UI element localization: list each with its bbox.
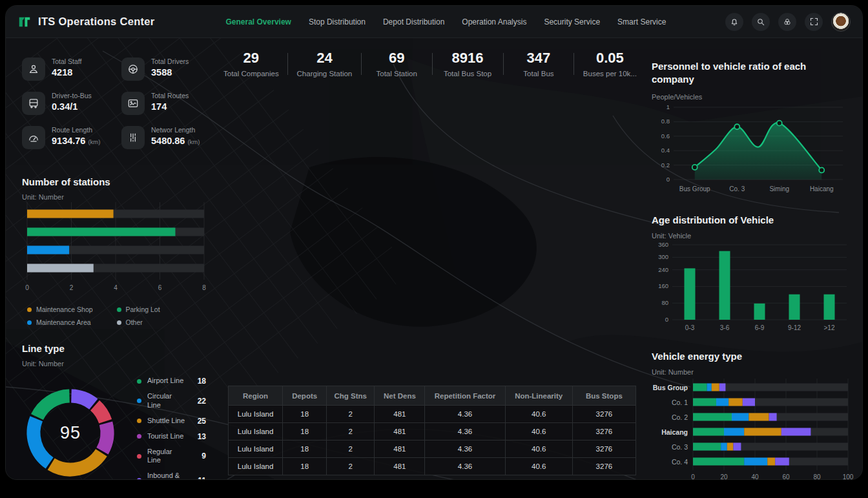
data-point [692, 164, 698, 169]
bar-6-9 [754, 303, 765, 319]
stations-title: Number of stations [22, 176, 206, 187]
app-window: ITS Operations Center General OverviewSt… [5, 5, 863, 480]
legend-label: Maintenance Shop [36, 306, 93, 313]
svg-text:80: 80 [661, 299, 668, 306]
nav-item-operation-analysis[interactable]: Operation Analysis [462, 17, 526, 26]
donut-center-value: 95 [22, 384, 119, 480]
stat-total-drivers: Total Drivers3588 [121, 57, 216, 81]
table-cell: 18 [283, 458, 327, 475]
bar-segment [781, 428, 811, 435]
fullscreen-button[interactable] [805, 13, 823, 31]
bar-segment [693, 457, 744, 465]
grid [693, 379, 848, 470]
personnel-ratio-title: Personnel to vehicle ratio of each compa… [652, 60, 845, 87]
age-distribution-unit: Unit: Vehicle [652, 232, 858, 240]
fullscreen-icon [809, 17, 819, 26]
bar-segment [721, 442, 727, 450]
svg-text:2: 2 [70, 284, 74, 291]
personnel-ratio-chart: 00.20.40.60.81Bus GroupCo. 3SimingHaican… [652, 101, 858, 199]
legend-value: 18 [188, 377, 206, 386]
brand: ITS Operations Center [17, 15, 155, 29]
kpi-value: 347 [512, 50, 565, 67]
table-cell: 40.6 [505, 441, 572, 458]
stations-chart-svg: 02468 [22, 201, 206, 299]
legend-label: Regular Line [147, 448, 185, 466]
bell-icon [729, 17, 739, 27]
svg-text:Siming: Siming [769, 185, 789, 192]
legend-dot [27, 320, 32, 325]
svg-text:0: 0 [666, 176, 670, 183]
stat-value: 174 [151, 101, 189, 112]
svg-text:8: 8 [202, 284, 206, 291]
age-distribution-chart: 0801602403003600-33-66-99-12>12 [652, 240, 858, 337]
legend-item-parking-lot[interactable]: Parking Lot [117, 306, 207, 313]
table-header-cell: Non-Linearity [505, 386, 572, 406]
stat-label: Total Drivers [151, 57, 189, 65]
user-avatar[interactable] [831, 12, 851, 32]
kpi-value: 24 [297, 50, 353, 67]
svg-text:40: 40 [751, 473, 759, 481]
svg-text:0: 0 [691, 473, 695, 481]
legend-item-other[interactable]: Other [117, 318, 207, 326]
stat-driver-to-bus: Driver-to-Bus0.34/1 [22, 92, 116, 115]
table-cell: Lulu Island [229, 458, 283, 475]
table-cell: 40.6 [505, 406, 572, 423]
theme-button[interactable] [778, 13, 796, 31]
table-cell: 3276 [572, 406, 636, 423]
table-row: Lulu Island1824814.3640.63276 [229, 441, 636, 458]
legend-dot [137, 434, 141, 439]
bar-segment [712, 383, 719, 391]
dashboard-content: Total Staff4218Total Drivers3588Driver-t… [6, 38, 862, 479]
bar-segment [744, 457, 767, 465]
stat-label: Total Routes [151, 92, 189, 99]
kpi-value: 69 [370, 50, 423, 67]
bar-segment [769, 413, 777, 420]
search-button[interactable] [752, 13, 770, 31]
table-header-cell: Depots [283, 386, 327, 406]
category-label: Co. 1 [672, 398, 688, 406]
bar-maintenance-shop [27, 210, 114, 218]
notifications-button[interactable] [725, 13, 743, 31]
kpi-label: Total Bus [512, 70, 565, 78]
nav-item-general-overview[interactable]: General Overview [226, 17, 291, 26]
table-cell: 3276 [572, 458, 636, 475]
bar-segment [767, 457, 775, 465]
bar-segment [775, 457, 789, 465]
stat-total-staff: Total Staff4218 [22, 57, 116, 81]
legend-label: Airport Line [147, 377, 185, 386]
kpi-total-station: 69Total Station [370, 50, 423, 78]
svg-text:6-9: 6-9 [755, 324, 765, 331]
category-label: Bus Group [653, 383, 688, 391]
table-scrollbar[interactable] [228, 479, 499, 480]
svg-text:0.6: 0.6 [661, 132, 670, 139]
svg-text:20: 20 [720, 473, 728, 481]
bus-icon [22, 92, 45, 115]
table-cell: 40.6 [505, 458, 572, 475]
nav-item-security-service[interactable]: Security Service [544, 17, 600, 26]
legend-item-maintenance-shop[interactable]: Maintenance Shop [27, 306, 117, 313]
svg-text:60: 60 [782, 473, 790, 481]
table-cell: 3276 [572, 441, 636, 458]
bar-segment [693, 413, 732, 420]
legend-label: Inbound & Outbound [147, 472, 185, 480]
legend-item-maintenance-area[interactable]: Maintenance Area [27, 318, 117, 326]
kpi-row: 29Total Companies24Charging Station69Tot… [223, 50, 637, 78]
line-type-unit: Unit: Number [22, 360, 206, 368]
table-cell: 2 [327, 458, 375, 475]
nav-item-smart-service[interactable]: Smart Service [617, 17, 666, 26]
nav-item-stop-distribution[interactable]: Stop Distribution [309, 17, 366, 26]
stations-legend: Maintenance ShopParking LotMaintenance A… [22, 306, 206, 326]
table-cell: 481 [375, 441, 425, 458]
table-cell: Lulu Island [229, 423, 283, 441]
kpi-value: 0.05 [583, 50, 637, 67]
bar-segment [693, 442, 721, 450]
kpi-buses-per-10k-: 0.05Buses per 10k... [583, 50, 637, 78]
bar-segment [716, 398, 728, 406]
stat-value: 5480.86(km) [151, 136, 200, 146]
energy-chart-svg: Bus GroupCo. 1Co. 2HaicangCo. 3Co. 40204… [652, 376, 857, 481]
stat-label: Total Staff [52, 57, 82, 65]
svg-text:0.4: 0.4 [661, 147, 670, 154]
nav-item-depot-distribution[interactable]: Depot Distribution [383, 17, 444, 26]
stats-grid: Total Staff4218Total Drivers3588Driver-t… [22, 57, 216, 149]
svg-text:0.2: 0.2 [661, 161, 670, 168]
